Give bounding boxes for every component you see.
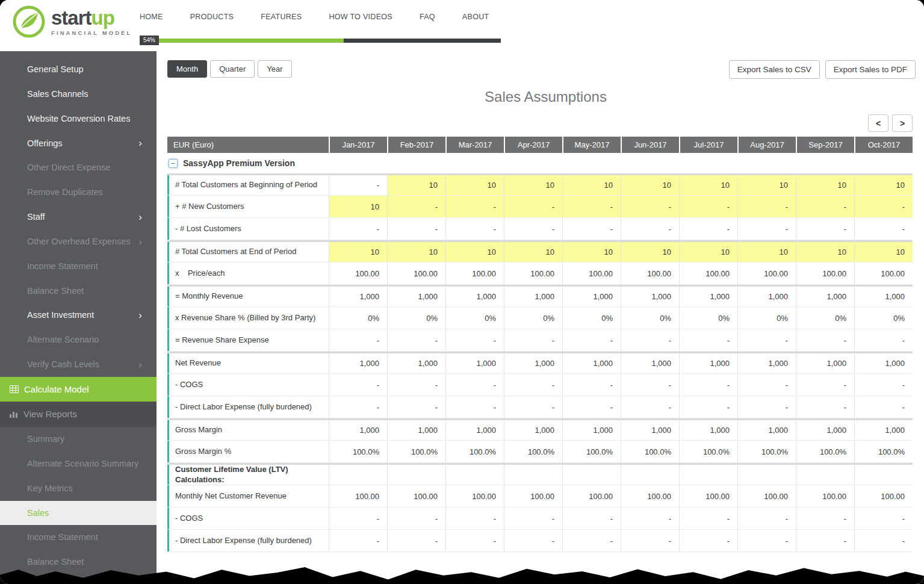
cell[interactable]: 10: [854, 175, 913, 195]
cell: 1,000: [445, 420, 504, 440]
cell[interactable]: 10: [621, 242, 679, 262]
cell[interactable]: 10: [621, 175, 679, 195]
cell[interactable]: -: [387, 196, 445, 217]
cell: 100.00: [679, 262, 737, 284]
prev-month-button[interactable]: <: [868, 114, 888, 132]
cell: 1,000: [854, 420, 913, 440]
chevron-right-icon: ›: [138, 359, 142, 370]
cell: 100.0%: [854, 441, 913, 462]
cell[interactable]: 10: [737, 242, 796, 262]
cell: -: [387, 530, 445, 551]
cell[interactable]: 10: [387, 175, 445, 195]
cell[interactable]: 10: [562, 175, 621, 195]
cell: [796, 465, 854, 485]
cell: 1,000: [737, 287, 796, 306]
cell: 1,000: [387, 353, 445, 373]
cell[interactable]: -: [796, 196, 854, 217]
cell[interactable]: 10: [504, 175, 562, 195]
sidebar-item-label: Offerings: [27, 138, 63, 149]
top-header: startup FINANCIAL MODEL HOMEPRODUCTSFEAT…: [0, 0, 924, 51]
cell: 100.00: [621, 485, 679, 507]
cell: 0%: [796, 307, 854, 329]
cell[interactable]: 10: [854, 242, 913, 262]
cell[interactable]: 10: [679, 242, 737, 262]
cell[interactable]: -: [445, 196, 504, 217]
logo-up: up: [91, 7, 114, 29]
cell: 100.0%: [621, 441, 679, 462]
sidebar-item-calculate-model[interactable]: Calculate Model: [0, 377, 157, 402]
sidebar-item-sales-channels[interactable]: Sales Channels: [0, 82, 157, 107]
sidebar-item-sales[interactable]: Sales: [0, 501, 157, 526]
cell: 1,000: [504, 287, 562, 306]
cell[interactable]: 10: [445, 175, 504, 195]
sidebar-item-view-reports[interactable]: View Reports: [0, 402, 157, 427]
row-label: = Monthly Revenue: [167, 287, 329, 306]
cell: 0%: [387, 307, 445, 329]
export-pdf-button[interactable]: Export Sales to PDF: [825, 60, 916, 79]
cell[interactable]: 10: [504, 242, 562, 262]
cell: -: [562, 329, 621, 351]
nav-products[interactable]: PRODUCTS: [190, 13, 234, 21]
cell[interactable]: 10: [796, 175, 854, 195]
cell: -: [621, 329, 679, 351]
sidebar-item-asset-investment[interactable]: Asset Investment›: [0, 303, 157, 328]
cell: -: [504, 218, 562, 240]
cell: -: [621, 396, 679, 418]
next-month-button[interactable]: >: [892, 114, 913, 132]
sidebar-item-website-conversion-rates[interactable]: Website Conversion Rates: [0, 107, 157, 131]
cell: 1,000: [737, 353, 796, 373]
sidebar-item-verify-cash-levels: Verify Cash Levels›: [0, 352, 157, 377]
sidebar-item-staff[interactable]: Staff›: [0, 205, 157, 229]
nav-home[interactable]: HOME: [140, 13, 163, 21]
cell: 100.00: [796, 485, 854, 507]
cell[interactable]: -: [737, 196, 796, 217]
cell[interactable]: -: [679, 196, 737, 217]
cell: 100.0%: [679, 441, 737, 462]
cell: 1,000: [329, 353, 387, 373]
cell[interactable]: 10: [329, 242, 387, 262]
sidebar-item-alternate-scenario-summary: Alternate Scenario Summary: [0, 452, 157, 476]
cell: 1,000: [562, 420, 621, 440]
cell[interactable]: 10: [796, 242, 854, 262]
cell[interactable]: -: [621, 196, 679, 217]
sales-table: EUR (Euro)Jan-2017Feb-2017Mar-2017Apr-20…: [167, 137, 913, 552]
cell: -: [621, 374, 679, 396]
cell[interactable]: -: [562, 196, 621, 217]
nav-about[interactable]: ABOUT: [462, 13, 489, 21]
page-title: Sales Assumptions: [167, 89, 924, 105]
row-label: x Price/each: [167, 262, 329, 284]
cell: 100.00: [387, 262, 445, 284]
column-header-apr-2017: Apr-2017: [504, 137, 562, 153]
period-quarter-button[interactable]: Quarter: [210, 60, 255, 78]
cell[interactable]: 10: [679, 175, 737, 195]
cell[interactable]: 10: [387, 242, 445, 262]
cell[interactable]: 10: [737, 175, 796, 195]
sidebar-item-label: Verify Cash Levels: [27, 359, 99, 370]
cell: -: [445, 508, 504, 529]
cell: -: [796, 396, 854, 418]
cell[interactable]: -: [504, 196, 562, 217]
cell: [679, 465, 737, 485]
cell: 100.00: [737, 262, 796, 284]
cell: 1,000: [504, 353, 562, 373]
nav-features[interactable]: FEATURES: [261, 13, 302, 21]
cell: 1,000: [796, 287, 854, 306]
cell[interactable]: -: [854, 196, 913, 217]
main-nav: HOMEPRODUCTSFEATURESHOW TO VIDEOSFAQABOU…: [140, 0, 489, 34]
cell: [562, 465, 621, 485]
period-month-button[interactable]: Month: [167, 60, 207, 78]
cell[interactable]: 10: [562, 242, 621, 262]
collapse-section-icon[interactable]: −: [169, 159, 178, 168]
sidebar-item-general-setup[interactable]: General Setup: [0, 57, 157, 82]
cell: -: [854, 329, 913, 351]
cell[interactable]: 10: [445, 242, 504, 262]
cell: -: [679, 374, 737, 396]
cell[interactable]: 10: [329, 196, 387, 217]
export-csv-button[interactable]: Export Sales to CSV: [729, 60, 820, 79]
sidebar-item-offerings[interactable]: Offerings›: [0, 131, 157, 156]
nav-faq[interactable]: FAQ: [420, 13, 435, 21]
cell: -: [445, 218, 504, 240]
period-year-button[interactable]: Year: [258, 60, 291, 78]
table-row: x Price/each100.00100.00100.00100.00100.…: [167, 262, 913, 285]
nav-how-to-videos[interactable]: HOW TO VIDEOS: [329, 13, 392, 21]
